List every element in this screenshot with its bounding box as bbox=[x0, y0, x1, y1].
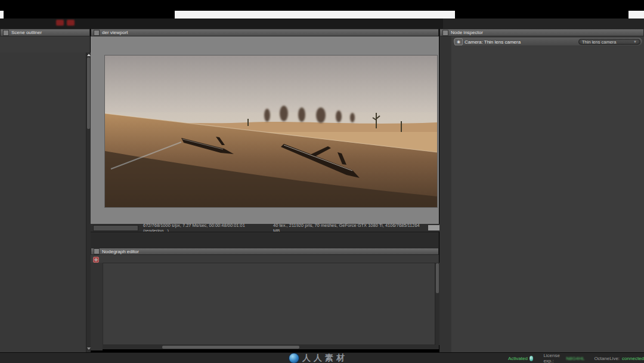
nodegraph-vscrollbar[interactable] bbox=[435, 263, 439, 345]
outliner-scrollbar[interactable] bbox=[86, 53, 91, 352]
app-status-bar: 人人素材 Activated License exp.: N8G4HL Octa… bbox=[0, 352, 644, 363]
nodegraph-header[interactable]: Nodegraph editor bbox=[91, 248, 439, 255]
camera-node-row[interactable]: ◉ Camera: Thin lens camera Thin lens cam… bbox=[453, 38, 642, 45]
octanelive-label: OctaneLive: bbox=[594, 356, 620, 361]
octanelive-value: connected bbox=[622, 356, 644, 361]
window-titlebar bbox=[175, 11, 455, 19]
record-mark bbox=[67, 20, 75, 26]
scroll-up-icon[interactable] bbox=[87, 54, 91, 56]
render-viewport-header[interactable]: der viewport bbox=[91, 29, 439, 36]
camera-type-dropdown[interactable]: Thin lens camera ▼ bbox=[578, 39, 640, 45]
scene-outliner-title: Scene outliner bbox=[11, 30, 42, 35]
render-image[interactable] bbox=[104, 55, 438, 208]
dock-handle-icon bbox=[94, 30, 100, 36]
brand-text: 人人素材 bbox=[302, 353, 348, 363]
node-inspector-title: Node inspector bbox=[451, 30, 483, 35]
render-progress-bar bbox=[93, 225, 138, 231]
header-fill bbox=[438, 19, 644, 29]
scroll-down-icon[interactable] bbox=[87, 347, 91, 350]
nodegraph-tabs: ❖ bbox=[91, 255, 439, 263]
desert-render bbox=[105, 56, 437, 207]
scene-tree[interactable] bbox=[0, 53, 86, 352]
brand-watermark: 人人素材 bbox=[289, 353, 348, 363]
camera-node-icon: ◉ bbox=[454, 38, 463, 45]
viewport-toolbar bbox=[91, 232, 439, 248]
nodegraph-title: Nodegraph editor bbox=[102, 249, 139, 254]
license-status: Activated License exp.: N8G4HL OctaneLiv… bbox=[508, 353, 644, 363]
titlebar-edge bbox=[0, 11, 4, 19]
scroll-handle[interactable] bbox=[87, 57, 90, 129]
camera-node-label: Camera: Thin lens camera bbox=[465, 39, 521, 45]
node-inspector-header[interactable]: Node inspector bbox=[439, 29, 644, 36]
nodegraph-canvas[interactable] bbox=[103, 263, 439, 345]
inspector-side-toolbar bbox=[439, 36, 451, 354]
render-status-bar: 672/768/1000 s/px, 7.27 Ms/sec, 00:00:48… bbox=[91, 224, 444, 232]
scene-outliner-header[interactable]: Scene outliner bbox=[0, 29, 90, 36]
dock-handle-icon bbox=[3, 30, 9, 36]
activated-label: Activated bbox=[508, 356, 528, 361]
outliner-tabs bbox=[0, 45, 90, 53]
chevron-down-icon: ▼ bbox=[633, 40, 637, 44]
camera-type-value: Thin lens camera bbox=[582, 39, 617, 45]
dock-handle-icon bbox=[442, 30, 448, 36]
titlebar-corner bbox=[628, 11, 644, 19]
outliner-toolbar bbox=[0, 36, 90, 45]
octane-render-window: Scene outliner der viewport bbox=[0, 0, 644, 363]
activated-badge-icon bbox=[530, 356, 533, 361]
viewport-background bbox=[91, 36, 439, 224]
render-viewport-title: der viewport bbox=[102, 30, 128, 35]
inspector-panel: ◉ Camera: Thin lens camera Thin lens cam… bbox=[451, 36, 644, 352]
rrcg-logo-icon bbox=[289, 353, 299, 363]
license-label: License exp.: bbox=[543, 353, 564, 363]
license-value: N8G4HL bbox=[566, 356, 584, 361]
nodegraph-side-toolbar bbox=[91, 263, 103, 350]
graph-root-icon[interactable]: ❖ bbox=[93, 257, 99, 263]
dock-handle-icon bbox=[94, 248, 100, 254]
nodegraph-hscrollbar[interactable] bbox=[103, 345, 439, 349]
nodegraph-scroll-handle[interactable] bbox=[162, 346, 299, 349]
record-mark bbox=[56, 20, 64, 26]
